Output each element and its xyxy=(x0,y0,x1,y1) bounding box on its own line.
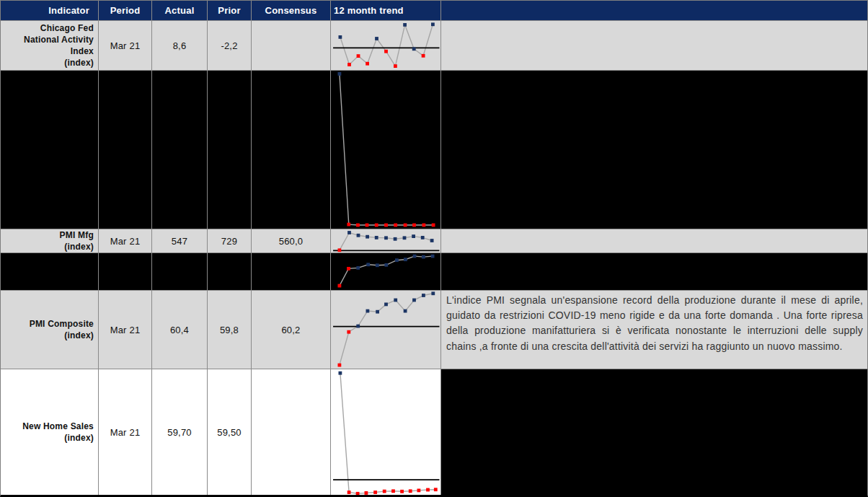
prior-value xyxy=(208,253,252,291)
row-pmi-composite: PMI Composite (index) Mar 21 60,4 59,8 6… xyxy=(1,291,867,369)
prior-value: 729 xyxy=(208,229,252,253)
comment-cell xyxy=(441,21,867,71)
header-trend: 12 month trend xyxy=(331,1,441,21)
comment-cell xyxy=(441,71,867,229)
header-prior: Prior xyxy=(208,1,252,21)
trend-sparkline xyxy=(331,369,441,496)
comment-cell xyxy=(441,253,867,291)
consensus-value xyxy=(252,71,331,229)
period-value: Mar 21 xyxy=(99,291,152,369)
trend-sparkline xyxy=(331,21,441,71)
period-value: Mar 21 xyxy=(99,369,152,496)
comment-cell-redacted xyxy=(441,369,867,496)
period-value: Mar 21 xyxy=(99,229,152,253)
actual-value: 59,70 xyxy=(152,369,208,496)
prior-value: 59,8 xyxy=(208,291,252,369)
actual-value: 547 xyxy=(152,229,208,253)
indicator-label xyxy=(1,253,99,291)
row-pmi-mfg: PMI Mfg (index) Mar 21 547 729 560,0 xyxy=(1,229,867,253)
indicator-label: PMI Composite (index) xyxy=(1,291,99,369)
actual-value xyxy=(152,71,208,229)
trend-sparkline xyxy=(331,229,441,253)
header-indicator: Indicator xyxy=(1,1,99,21)
economic-indicator-table: Indicator Period Actual Prior Consensus … xyxy=(0,0,868,497)
header-actual: Actual xyxy=(152,1,208,21)
row-new-home-sales: New Home Sales (index) Mar 21 59,70 59,5… xyxy=(1,369,867,496)
prior-value: 59,50 xyxy=(208,369,252,496)
header-comment xyxy=(441,1,867,21)
trend-sparkline xyxy=(331,71,441,229)
indicator-label xyxy=(1,71,99,229)
row-chicago-fed: Chicago Fed National Activity Index (ind… xyxy=(1,21,867,71)
trend-sparkline xyxy=(331,253,441,291)
header-consensus: Consensus xyxy=(252,1,331,21)
consensus-value xyxy=(252,369,331,496)
header-period: Period xyxy=(99,1,152,21)
period-value: Mar 21 xyxy=(99,21,152,71)
period-value xyxy=(99,253,152,291)
prior-value xyxy=(208,71,252,229)
indicator-label: PMI Mfg (index) xyxy=(1,229,99,253)
trend-sparkline xyxy=(331,291,441,369)
row-redacted-1 xyxy=(1,71,867,229)
consensus-value: 60,2 xyxy=(252,291,331,369)
header-row: Indicator Period Actual Prior Consensus … xyxy=(1,1,867,21)
consensus-value xyxy=(252,253,331,291)
indicator-label: New Home Sales (index) xyxy=(1,369,99,496)
period-value xyxy=(99,71,152,229)
prior-value: -2,2 xyxy=(208,21,252,71)
indicator-label: Chicago Fed National Activity Index (ind… xyxy=(1,21,99,71)
actual-value: 60,4 xyxy=(152,291,208,369)
consensus-value xyxy=(252,21,331,71)
comment-text: L'indice PMI segnala un'espansione recor… xyxy=(441,291,867,369)
consensus-value: 560,0 xyxy=(252,229,331,253)
row-redacted-2 xyxy=(1,253,867,291)
comment-cell xyxy=(441,229,867,253)
actual-value xyxy=(152,253,208,291)
actual-value: 8,6 xyxy=(152,21,208,71)
